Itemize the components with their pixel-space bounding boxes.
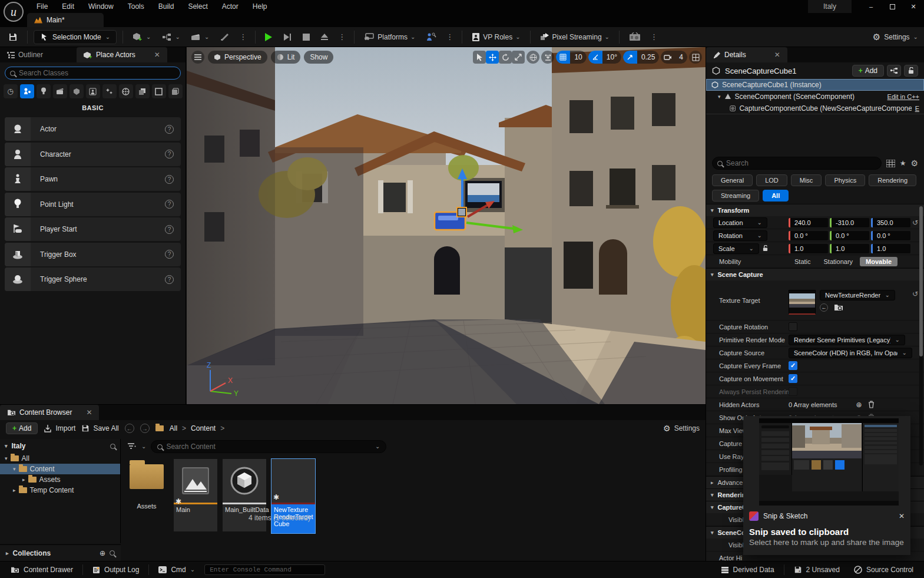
landscape-mode-button[interactable] [216, 31, 233, 44]
transform-gizmo[interactable] [412, 165, 530, 242]
save-button[interactable] [5, 30, 21, 44]
close-button[interactable]: ✕ [903, 0, 924, 13]
platforms-dropdown[interactable]: Platforms ⌄ [360, 31, 419, 44]
rotation-x-field[interactable]: 0.0 ° [789, 231, 828, 240]
tree-item-all[interactable]: ▾ All [0, 453, 120, 464]
eject-button[interactable] [317, 31, 332, 43]
grid-snap-value[interactable]: 10 [570, 51, 586, 64]
scale-snap-value[interactable]: 0.25 [637, 51, 659, 64]
shapes-category-icon[interactable] [69, 84, 84, 98]
snip-sketch-notification[interactable]: Snip & Sketch ✕ Snip saved to clipboard … [743, 416, 910, 555]
geometry-category-icon[interactable] [152, 84, 166, 98]
nav-forward-button[interactable]: → [140, 424, 150, 433]
search-collections-icon[interactable] [110, 550, 115, 556]
rotation-snap-toggle[interactable] [588, 51, 602, 64]
menu-edit[interactable]: Edit [56, 1, 80, 12]
menu-select[interactable]: Select [182, 1, 213, 12]
cmd-dropdown[interactable]: Cmd ⌄ [154, 562, 200, 578]
menu-file[interactable]: File [31, 1, 54, 12]
vp-roles-dropdown[interactable]: VP Roles ⌄ [468, 30, 524, 44]
place-actor-character[interactable]: Character ? [5, 143, 181, 166]
category-general[interactable]: General [712, 174, 753, 186]
viewport-options-button[interactable] [191, 51, 204, 64]
help-icon[interactable]: ? [165, 175, 174, 184]
play-options-kebab[interactable]: ⋮ [336, 32, 348, 41]
help-icon[interactable]: ? [165, 200, 174, 209]
lock-details-button[interactable] [904, 65, 918, 77]
chevron-down-icon[interactable]: ⌄ [375, 445, 380, 448]
scale-y-field[interactable]: 1.0 [830, 244, 869, 253]
edit-in-cpp-link[interactable]: Edit in C++ [887, 93, 919, 100]
display-options-icon[interactable] [886, 160, 895, 167]
capture-every-frame-checkbox[interactable]: ✓ [789, 361, 797, 370]
import-button[interactable]: Import [44, 424, 75, 432]
help-icon[interactable]: ? [165, 125, 174, 134]
browse-to-asset-icon[interactable] [834, 303, 843, 311]
component-capture-row[interactable]: CaptureComponentCube (NewSceneCaptureCom… [706, 103, 924, 114]
cb-add-button[interactable]: + Add [6, 422, 38, 434]
mobility-static[interactable]: Static [789, 257, 817, 266]
cinematics-button[interactable]: ⌄ [187, 31, 213, 44]
tab-outliner[interactable]: Outliner [0, 47, 50, 62]
console-command-input[interactable]: Enter Console Command [204, 564, 325, 575]
rotation-y-field[interactable]: 0.0 ° [830, 231, 869, 240]
category-physics[interactable]: Physics [825, 174, 865, 186]
search-content-input[interactable]: Search Content ⌄ [151, 440, 386, 453]
capture-source-dropdown[interactable]: SceneColor (HDR) in RGB, Inv Opacity ⌄ [789, 348, 912, 358]
asset-tile-newtexturerendertargetcube[interactable]: ✱ NewTexture RenderTarget Cube [271, 459, 315, 533]
use-selected-asset-icon[interactable]: ← [820, 303, 828, 312]
play-button[interactable] [261, 31, 276, 44]
place-actor-pawn[interactable]: Pawn ? [5, 167, 181, 191]
mobility-stationary[interactable]: Stationary [818, 257, 859, 266]
maximize-viewport-button[interactable] [689, 51, 702, 64]
volumes-category-icon[interactable] [135, 84, 150, 98]
pixel-streaming-dropdown[interactable]: Pixel Streaming ⌄ [536, 30, 613, 44]
details-scrollbar[interactable] [919, 206, 923, 465]
close-tab-icon[interactable]: ✕ [774, 51, 780, 59]
move-tool-button[interactable] [486, 51, 499, 64]
search-icon[interactable] [110, 444, 115, 449]
blueprints-button[interactable]: ⌄ [158, 31, 184, 44]
multi-user-kebab[interactable]: ⋮ [443, 32, 456, 41]
category-lod[interactable]: LOD [756, 174, 787, 186]
cinematic-category-icon[interactable] [53, 84, 67, 98]
level-tab-main[interactable]: Main* [27, 13, 104, 27]
cb-settings-button[interactable]: ⚙ Settings [663, 424, 700, 433]
category-rendering[interactable]: Rendering [869, 174, 916, 186]
transform-section-header[interactable]: ▾ Transform [706, 204, 924, 216]
rotation-snap-value[interactable]: 10° [602, 51, 621, 64]
breadcrumb-all[interactable]: All [170, 424, 177, 432]
capture-rotation-checkbox[interactable] [789, 322, 797, 331]
show-dropdown[interactable]: Show [304, 51, 333, 64]
movie-render-button[interactable] [625, 30, 644, 44]
minimize-button[interactable]: – [860, 0, 882, 13]
tab-place-actors[interactable]: + Place Actors ✕ [77, 47, 167, 62]
rotate-tool-button[interactable] [499, 51, 512, 64]
particles-category-icon[interactable] [102, 84, 117, 98]
help-icon[interactable]: ? [165, 150, 174, 158]
lit-dropdown[interactable]: Lit [271, 51, 301, 64]
media-category-icon[interactable] [119, 84, 133, 98]
all-classes-category-icon[interactable] [168, 84, 183, 98]
category-misc[interactable]: Misc [791, 174, 822, 186]
scale-tool-button[interactable] [512, 51, 525, 64]
save-all-button[interactable]: Save All [81, 424, 118, 432]
unsaved-button[interactable]: * 2 Unsaved [789, 566, 844, 574]
edit-in-cpp-link-truncated[interactable]: E [915, 105, 919, 112]
lights-category-icon[interactable] [37, 84, 51, 98]
search-classes-input[interactable]: Search Classes [5, 67, 181, 80]
unreal-logo-icon[interactable]: u [4, 2, 24, 22]
capture-on-movement-checkbox[interactable]: ✓ [789, 374, 797, 383]
stop-button[interactable] [299, 31, 313, 43]
output-log-button[interactable]: Output Log [88, 562, 144, 578]
place-actor-actor[interactable]: Actor ? [5, 117, 181, 141]
component-scene-row[interactable]: ▾ SceneComponent (SceneComponent) Edit i… [706, 91, 924, 103]
menu-build[interactable]: Build [153, 1, 180, 12]
place-actor-trigger-sphere[interactable]: Trigger Sphere ? [5, 267, 181, 291]
texture-target-thumbnail[interactable] [789, 290, 816, 315]
caret-down-icon[interactable]: ▾ [5, 443, 8, 449]
visual-effects-category-icon[interactable] [86, 84, 100, 98]
place-actor-player-start[interactable]: Player Start ? [5, 217, 181, 241]
level-viewport[interactable]: Z Y X Perspective Lit Show [187, 47, 706, 404]
perspective-dropdown[interactable]: Perspective [208, 51, 267, 64]
